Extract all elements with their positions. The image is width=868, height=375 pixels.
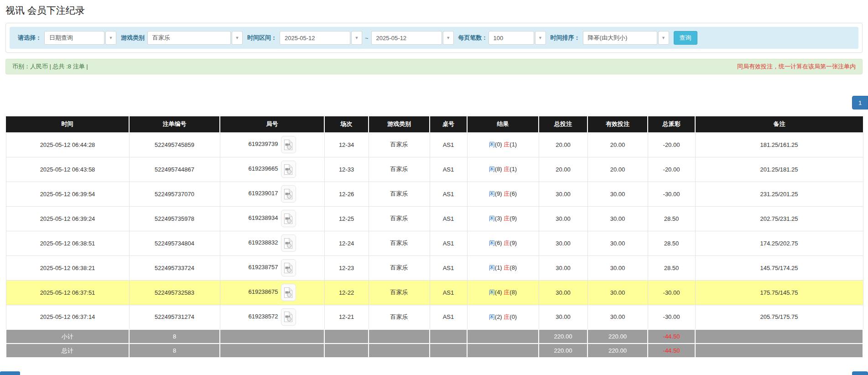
video-record-icon[interactable] bbox=[281, 234, 296, 252]
table-no-cell: AS1 bbox=[430, 280, 467, 305]
empty-cell bbox=[695, 344, 863, 358]
session-cell: 12-33 bbox=[324, 157, 369, 182]
total-bet-cell[interactable]: 30.00 bbox=[539, 305, 587, 329]
round-id-cell: 619238757 bbox=[220, 255, 324, 280]
time-cell: 2025-05-12 06:37:51 bbox=[6, 280, 129, 305]
totals-payout-cell: -44.50 bbox=[648, 329, 695, 344]
page-1-button[interactable]: 1 bbox=[852, 96, 868, 109]
sort-order-select[interactable]: 降幂(由大到小) bbox=[583, 31, 657, 45]
player-result: 闲 bbox=[489, 313, 495, 320]
banker-result: 庄 bbox=[504, 141, 509, 148]
pagination-bottom-button-clipped[interactable] bbox=[852, 371, 868, 375]
session-cell: 12-24 bbox=[324, 231, 369, 255]
payout-cell: 28.50 bbox=[648, 255, 695, 280]
round-id-cell: 619238934 bbox=[220, 206, 324, 231]
note-cell: 174.25/202.75 bbox=[695, 231, 863, 255]
chevron-down-icon[interactable]: ▼ bbox=[351, 31, 362, 45]
result-cell: 闲(2) 庄(0) bbox=[467, 305, 539, 329]
video-record-icon[interactable] bbox=[281, 210, 296, 227]
filter-bar: 请选择： 日期查询 ▼ 游戏类别 百家乐 ▼ 时间区间： 2025-05-12 … bbox=[10, 27, 858, 49]
round-id-cell: 619238832 bbox=[220, 231, 324, 255]
note-cell: 205.75/175.75 bbox=[695, 305, 863, 329]
game-type-cell: 百家乐 bbox=[369, 157, 430, 182]
session-cell: 12-26 bbox=[324, 182, 369, 206]
table-no-cell: AS1 bbox=[430, 255, 467, 280]
table-no-cell: AS1 bbox=[430, 132, 467, 157]
date-from-select[interactable]: 2025-05-12 bbox=[280, 31, 350, 45]
result-cell: 闲(9) 庄(6) bbox=[467, 182, 539, 206]
table-row: 2025-05-12 06:38:51522495734804619238832… bbox=[6, 231, 863, 255]
table-row: 2025-05-12 06:43:58522495744867619239665… bbox=[6, 157, 863, 182]
per-page-label: 每页笔数 : bbox=[458, 34, 486, 42]
round-id-value: 619239739 bbox=[248, 141, 278, 147]
chevron-down-icon[interactable]: ▼ bbox=[232, 31, 243, 45]
totals-label-cell: 小计 bbox=[6, 329, 129, 344]
total-bet-cell[interactable]: 30.00 bbox=[539, 206, 587, 231]
empty-cell bbox=[369, 329, 430, 344]
total-bet-cell[interactable]: 30.00 bbox=[539, 231, 587, 255]
note-cell: 201.25/181.25 bbox=[695, 157, 863, 182]
date-range-label: 时间区间： bbox=[247, 34, 277, 42]
result-cell: 闲(1) 庄(8) bbox=[467, 255, 539, 280]
totals-label-cell: 总计 bbox=[6, 344, 129, 358]
video-record-icon[interactable] bbox=[281, 185, 296, 203]
game-type-label: 游戏类别 bbox=[121, 34, 145, 42]
search-button[interactable]: 查询 bbox=[674, 31, 697, 45]
bet-id-cell: 522495744867 bbox=[129, 157, 220, 182]
banker-result: 庄 bbox=[504, 264, 509, 271]
table-row: 2025-05-12 06:38:21522495733724619238757… bbox=[6, 255, 863, 280]
payout-cell: -30.00 bbox=[648, 280, 695, 305]
table-no-cell: AS1 bbox=[430, 182, 467, 206]
sort-order-label: 时间排序： bbox=[551, 34, 580, 42]
total-bet-cell[interactable]: 30.00 bbox=[539, 280, 587, 305]
bottom-left-button-clipped[interactable] bbox=[0, 371, 20, 375]
round-id-cell: 619239017 bbox=[220, 182, 324, 206]
game-type-cell: 百家乐 bbox=[369, 182, 430, 206]
column-header: 总派彩 bbox=[648, 116, 695, 132]
payout-cell: 28.50 bbox=[648, 206, 695, 231]
chevron-down-icon[interactable]: ▼ bbox=[535, 31, 546, 45]
total-bet-cell[interactable]: 20.00 bbox=[539, 157, 587, 182]
video-record-icon[interactable] bbox=[281, 161, 296, 178]
video-record-icon[interactable] bbox=[281, 284, 296, 301]
banker-result: 庄 bbox=[504, 240, 509, 246]
round-id-value: 619238757 bbox=[248, 264, 278, 271]
time-cell: 2025-05-12 06:43:58 bbox=[6, 157, 129, 182]
time-cell: 2025-05-12 06:38:51 bbox=[6, 231, 129, 255]
video-record-icon[interactable] bbox=[281, 136, 296, 153]
chevron-down-icon[interactable]: ▼ bbox=[443, 31, 454, 45]
round-id-value: 619239017 bbox=[248, 190, 278, 197]
player-result: 闲 bbox=[489, 141, 495, 148]
chevron-down-icon[interactable]: ▼ bbox=[658, 31, 669, 45]
bet-records-table: 时间注单编号局号场次游戏类别桌号结果总投注有效投注总派彩备注 2025-05-1… bbox=[5, 116, 863, 358]
valid-bet-cell: 20.00 bbox=[587, 157, 648, 182]
table-header-row: 时间注单编号局号场次游戏类别桌号结果总投注有效投注总派彩备注 bbox=[6, 116, 863, 132]
game-type-cell: 百家乐 bbox=[369, 280, 430, 305]
session-cell: 12-21 bbox=[324, 305, 369, 329]
totals-row: 小计8220.00220.00-44.50 bbox=[6, 329, 863, 344]
chevron-down-icon[interactable]: ▼ bbox=[105, 31, 116, 45]
empty-cell bbox=[695, 329, 863, 344]
date-to-select[interactable]: 2025-05-12 bbox=[371, 31, 442, 45]
round-id-cell: 619238572 bbox=[220, 305, 324, 329]
same-round-notice: 同局有效投注，统一计算在该局第一张注单内 bbox=[737, 62, 856, 71]
game-type-select[interactable]: 百家乐 bbox=[147, 31, 231, 45]
bet-id-cell: 522495737070 bbox=[129, 182, 220, 206]
column-header: 游戏类别 bbox=[369, 116, 430, 132]
totals-count-cell: 8 bbox=[129, 344, 220, 358]
note-cell: 231.25/201.25 bbox=[695, 182, 863, 206]
query-type-select[interactable]: 日期查询 bbox=[44, 31, 104, 45]
total-bet-cell[interactable]: 30.00 bbox=[539, 255, 587, 280]
table-no-cell: AS1 bbox=[430, 231, 467, 255]
video-record-icon[interactable] bbox=[281, 259, 296, 276]
session-cell: 12-22 bbox=[324, 280, 369, 305]
total-bet-cell[interactable]: 20.00 bbox=[539, 132, 587, 157]
video-record-icon[interactable] bbox=[281, 308, 296, 326]
table-row: 2025-05-12 06:44:28522495745859619239739… bbox=[6, 132, 863, 157]
totals-total-bet-cell: 220.00 bbox=[539, 329, 587, 344]
per-page-select[interactable]: 100 bbox=[489, 31, 534, 45]
query-type-label: 请选择： bbox=[18, 34, 42, 42]
round-id-cell: 619238675 bbox=[220, 280, 324, 305]
empty-cell bbox=[324, 329, 369, 344]
total-bet-cell[interactable]: 30.00 bbox=[539, 182, 587, 206]
